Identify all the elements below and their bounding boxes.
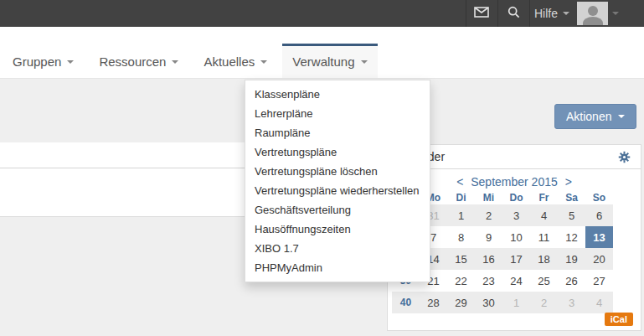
menu-item-xibo[interactable]: XIBO 1.7 [245, 239, 430, 258]
calendar-day[interactable]: 9 [475, 226, 502, 248]
calendar-week-row: 40 28 29 30 1 2 3 4 [392, 292, 613, 313]
weekday-header: Sa [558, 190, 585, 204]
calendar-day[interactable]: 24 [502, 270, 530, 292]
user-avatar[interactable] [577, 2, 608, 25]
menu-item-vertretungsplaene-wiederherstellen[interactable]: Vertretungspläne wiederherstellen [245, 181, 430, 200]
calendar-day[interactable]: 4 [585, 292, 613, 313]
calendar-day[interactable]: 1 [502, 292, 530, 313]
menu-item-lehrerplaene[interactable]: Lehrerpläne [245, 104, 430, 123]
calendar-day[interactable]: 12 [558, 226, 585, 248]
calendar-day[interactable]: 15 [447, 248, 475, 270]
calendar-day-selected[interactable]: 13 [585, 226, 613, 248]
chevron-down-icon [260, 60, 267, 64]
calendar-day[interactable]: 8 [447, 226, 475, 248]
calendar-day[interactable]: 3 [558, 292, 585, 313]
weekday-header: Do [502, 190, 530, 204]
calendar-day[interactable]: 17 [502, 248, 530, 270]
calendar-day[interactable]: 18 [530, 248, 558, 270]
nav-item-ressourcen[interactable]: Ressourcen [89, 44, 188, 78]
calendar-day[interactable]: 5 [558, 204, 585, 226]
calendar-day[interactable]: 10 [502, 226, 530, 248]
calendar-day[interactable]: 20 [585, 248, 613, 270]
menu-item-raumplaene[interactable]: Raumpläne [245, 123, 430, 142]
mail-button[interactable] [466, 0, 497, 27]
avatar-chevron-down-icon[interactable] [612, 12, 619, 15]
help-label: Hilfe [534, 7, 558, 20]
nav-tabs: Gruppen Ressourcen Aktuelles Verwaltung [3, 44, 383, 78]
menu-item-hausoeffnungszeiten[interactable]: Hausöffnungszeiten [245, 220, 430, 239]
main-nav: Gruppen Ressourcen Aktuelles Verwaltung [0, 27, 644, 79]
menu-item-klassenplaene[interactable]: Klassenpläne [245, 85, 430, 104]
aktionen-button-label: Aktionen [566, 110, 611, 123]
menu-item-vertretungsplaene-loeschen[interactable]: Vertretungspläne löschen [245, 162, 430, 181]
prev-month-button[interactable]: < [456, 175, 463, 189]
nav-item-label: Ressourcen [99, 54, 166, 69]
calendar-day[interactable]: 30 [475, 292, 502, 313]
mail-icon [474, 6, 489, 21]
calendar-day[interactable]: 19 [558, 248, 585, 270]
verwaltung-dropdown-menu: Klassenpläne Lehrerpläne Raumpläne Vertr… [245, 80, 430, 282]
menu-item-geschaeftsverteilung[interactable]: Geschäftsverteilung [245, 200, 430, 220]
month-label: September 2015 [471, 175, 558, 189]
aktionen-button[interactable]: Aktionen [554, 104, 636, 129]
calendar-day[interactable]: 25 [530, 270, 558, 292]
top-bar: Hilfe [0, 0, 644, 27]
weekday-header: Mi [475, 190, 502, 204]
calendar-day[interactable]: 4 [530, 204, 558, 226]
chevron-down-icon [563, 12, 569, 15]
help-menu[interactable]: Hilfe [529, 0, 574, 27]
ical-button[interactable]: iCal [605, 313, 633, 326]
calendar-day[interactable]: 22 [447, 270, 475, 292]
gear-icon[interactable] [618, 151, 631, 163]
search-button[interactable] [497, 0, 529, 27]
avatar-body [583, 17, 603, 25]
week-number[interactable]: 40 [392, 292, 420, 313]
weekday-header: Di [447, 190, 475, 204]
chevron-down-icon [361, 60, 368, 64]
menu-item-vertretungsplaene[interactable]: Vertretungspläne [245, 142, 430, 162]
calendar-day[interactable]: 2 [530, 292, 558, 313]
nav-item-label: Verwaltung [292, 54, 354, 69]
calendar-day[interactable]: 1 [447, 204, 475, 226]
calendar-day[interactable]: 16 [475, 248, 502, 270]
nav-item-aktuelles[interactable]: Aktuelles [193, 44, 277, 78]
calendar-day[interactable]: 23 [475, 270, 502, 292]
chevron-down-icon [172, 60, 178, 64]
weekday-header: Fr [530, 190, 558, 204]
chevron-down-icon [67, 60, 74, 64]
menu-item-phpmyadmin[interactable]: PHPMyAdmin [245, 258, 430, 277]
calendar-day[interactable]: 11 [530, 226, 558, 248]
page: Hilfe Gruppen Ressourcen Aktuelles [0, 0, 644, 336]
search-icon [507, 6, 520, 22]
calendar-day[interactable]: 2 [475, 204, 502, 226]
calendar-day[interactable]: 28 [420, 292, 447, 313]
calendar-day[interactable]: 27 [585, 270, 613, 292]
avatar-head [588, 6, 598, 16]
calendar-day[interactable]: 29 [447, 292, 475, 313]
nav-item-label: Aktuelles [204, 54, 255, 69]
calendar-day[interactable]: 6 [585, 204, 613, 226]
calendar-day[interactable]: 26 [558, 270, 585, 292]
next-month-button[interactable]: > [565, 175, 572, 189]
nav-item-verwaltung[interactable]: Verwaltung [282, 44, 377, 78]
weekday-header: So [585, 190, 613, 204]
chevron-down-icon [618, 115, 625, 118]
nav-item-gruppen[interactable]: Gruppen [3, 44, 84, 78]
nav-item-label: Gruppen [13, 54, 61, 69]
calendar-day[interactable]: 3 [502, 204, 530, 226]
